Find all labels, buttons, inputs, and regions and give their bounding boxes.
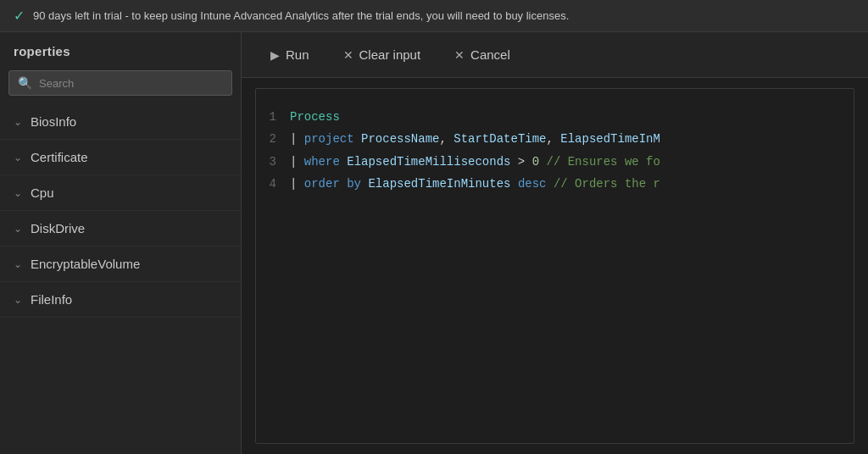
sidebar-item-label: Certificate	[31, 150, 88, 164]
sidebar-title: roperties	[0, 32, 241, 65]
sidebar-item-label: DiskDrive	[31, 221, 85, 235]
code-content-1: Process	[290, 108, 340, 126]
sidebar-item-label: Cpu	[31, 185, 54, 200]
clear-input-button[interactable]: ✕ Clear input	[331, 41, 433, 69]
sidebar-item-encryptablevolume[interactable]: ⌄ EncryptableVolume	[0, 246, 241, 282]
code-content-3: | where ElapsedTimeMilliseconds > 0 // E…	[290, 152, 660, 171]
code-line-3: 3 | where ElapsedTimeMilliseconds > 0 //…	[256, 151, 854, 173]
check-icon: ✓	[14, 8, 25, 24]
cancel-icon: ✕	[454, 48, 465, 62]
code-line-2: 2 | project ProcessName, StartDateTime, …	[256, 128, 854, 150]
code-content-4: | order by ElapsedTimeInMinutes desc // …	[290, 174, 660, 193]
code-editor[interactable]: 1 Process 2 | project ProcessName, Start…	[255, 88, 854, 444]
cancel-button[interactable]: ✕ Cancel	[442, 41, 522, 69]
search-icon: 🔍	[18, 76, 32, 90]
code-line-4: 4 | order by ElapsedTimeInMinutes desc /…	[256, 173, 854, 195]
run-button-label: Run	[286, 47, 309, 62]
search-input[interactable]	[39, 77, 223, 90]
content-area: ▶ Run ✕ Clear input ✕ Cancel 1 Process	[242, 32, 868, 454]
sidebar-item-label: EncryptableVolume	[31, 257, 140, 271]
search-input-wrapper: 🔍	[8, 70, 232, 96]
cancel-button-label: Cancel	[470, 47, 510, 62]
sidebar-items-list: ⌄ BiosInfo ⌄ Certificate ⌄ Cpu ⌄ DiskDri…	[0, 104, 241, 454]
search-container: 🔍	[0, 65, 241, 104]
sidebar-item-fileinfo[interactable]: ⌄ FileInfo	[0, 282, 241, 318]
line-number-2: 2	[256, 130, 290, 148]
sidebar-item-label: BiosInfo	[31, 114, 76, 129]
line-number-3: 3	[256, 152, 290, 171]
chevron-down-icon: ⌄	[14, 187, 22, 199]
clear-input-label: Clear input	[359, 47, 421, 62]
chevron-down-icon: ⌄	[14, 294, 22, 306]
sidebar-item-cpu[interactable]: ⌄ Cpu	[0, 175, 241, 211]
line-number-4: 4	[256, 174, 290, 193]
sidebar: roperties 🔍 ⌄ BiosInfo ⌄ Certificate ⌄ C…	[0, 32, 242, 454]
toolbar: ▶ Run ✕ Clear input ✕ Cancel	[242, 32, 868, 78]
trial-banner-text: 90 days left in trial - to keep using In…	[33, 9, 569, 22]
code-line-1: 1 Process	[256, 106, 854, 128]
chevron-down-icon: ⌄	[14, 116, 22, 128]
main-layout: roperties 🔍 ⌄ BiosInfo ⌄ Certificate ⌄ C…	[0, 32, 868, 454]
code-content-2: | project ProcessName, StartDateTime, El…	[290, 130, 660, 148]
sidebar-item-label: FileInfo	[31, 292, 72, 307]
trial-banner: ✓ 90 days left in trial - to keep using …	[0, 0, 868, 32]
sidebar-item-diskdrive[interactable]: ⌄ DiskDrive	[0, 211, 241, 246]
sidebar-item-biosinfo[interactable]: ⌄ BiosInfo	[0, 104, 241, 140]
close-icon: ✕	[343, 48, 353, 62]
run-button[interactable]: ▶ Run	[259, 41, 321, 69]
line-number-1: 1	[256, 108, 290, 126]
play-icon: ▶	[270, 48, 280, 62]
chevron-down-icon: ⌄	[14, 152, 22, 163]
chevron-down-icon: ⌄	[14, 258, 22, 270]
chevron-down-icon: ⌄	[14, 223, 22, 235]
sidebar-item-certificate[interactable]: ⌄ Certificate	[0, 140, 241, 175]
